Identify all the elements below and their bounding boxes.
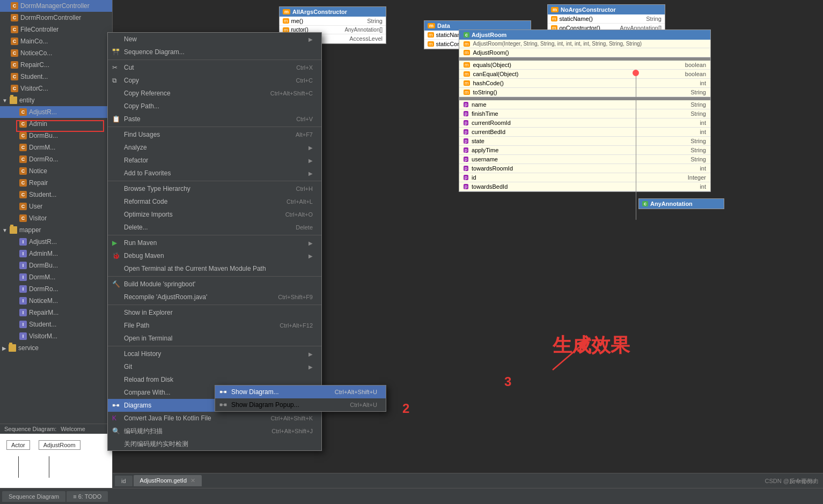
diagram-popup-icon [219,401,227,409]
sidebar-item-visitor[interactable]: C VisitorC... [0,83,112,94]
menu-optimize[interactable]: Optimize Imports Ctrl+Alt+O [108,208,321,221]
adjustroom-box: AdjustRoom [39,440,80,450]
menu-copy-reference[interactable]: Copy Reference Ctrl+Alt+Shift+C [108,87,321,100]
menu-copy-path[interactable]: Copy Path... [108,100,321,113]
mapper-section[interactable]: ▼ mapper [0,224,112,236]
menu-build-module[interactable]: 🔨 Build Module 'springboot' [108,278,321,291]
menu-file-path[interactable]: File Path Ctrl+Alt+F12 [108,319,321,332]
menu-cut[interactable]: ✂ Cut Ctrl+X [108,61,321,74]
sidebar-item-main[interactable]: C MainCo... [0,35,112,47]
sidebar-item-student-entity[interactable]: C Student... [0,189,112,201]
sidebar-item-visitor-entity[interactable]: C Visitor [0,212,112,224]
sidebar-item-file[interactable]: C FileController [0,24,112,35]
sidebar-item-dormbu[interactable]: C DormBu... [0,130,112,142]
menu-paste[interactable]: 📋 Paste Ctrl+V [108,113,321,125]
sidebar-item-dormm-mapper[interactable]: I DormM... [0,271,112,283]
generation-effect-text: 生成效果 [553,332,630,359]
folder-icon [10,226,17,234]
sidebar-item-dormro[interactable]: C DormRo... [0,153,112,165]
sidebar-item-dormm[interactable]: C DormM... [0,142,112,153]
sidebar-item-repair[interactable]: C RepairC... [0,59,112,71]
any-annotation-card: c AnyAnnotation [638,198,724,209]
menu-run-maven[interactable]: ▶ Run Maven ▶ [108,236,321,249]
entity-section[interactable]: ▼ entity [0,94,112,106]
sidebar-item-adjustr-mapper[interactable]: I AdjustR... [0,236,112,248]
sidebar-item-adjustr[interactable]: C AdjustR... [0,106,112,118]
kotlin-icon: K [112,414,116,422]
sidebar-item-dormmanager[interactable]: C DormManagerController [0,0,112,12]
field-username: p username String [459,155,710,164]
menu-delete[interactable]: Delete... Delete [108,221,321,234]
service-section[interactable]: ▶ service [0,342,112,354]
editor-tab-adjustroom[interactable]: AdjustRoom.getId ✕ [134,475,202,486]
menu-encoding-scan[interactable]: 🔍 编码规约扫描 Ctrl+Alt+Shift+J [108,425,321,438]
field-currentbedid: p currentBedId int [459,128,710,137]
submenu-show-diagram[interactable]: Show Diagram... Ctrl+Alt+Shift+U [215,386,386,398]
menu-find-usages[interactable]: Find Usages Alt+F7 [108,128,321,141]
menu-close-realtime[interactable]: 关闭编码规约实时检测 [108,438,321,450]
menu-git[interactable]: Git ▶ [108,360,321,373]
class-icon: C [19,167,27,175]
sidebar-item-noticem[interactable]: I NoticeM... [0,295,112,307]
scan-icon: 🔍 [112,427,120,435]
class-icon: C [19,108,27,116]
no-args-title: m NoArgsConstructor [548,5,665,14]
menu-debug-maven[interactable]: 🐞 Debug Maven ▶ [108,249,321,262]
field-towardsbedid: p towardsBedId int [459,182,710,191]
menu-sequence-diagram[interactable]: Sequence Diagram... [108,46,321,58]
submenu-show-popup[interactable]: Show Diagram Popup... Ctrl+Alt+U [215,398,386,411]
menu-analyze[interactable]: Analyze ▶ [108,141,321,154]
interface-icon: I [19,285,27,293]
seq-icon [112,48,120,56]
menu-show-explorer[interactable]: Show in Explorer [108,306,321,319]
class-icon: C [11,2,18,10]
menu-convert-kotlin[interactable]: K Convert Java File to Kotlin File Ctrl+… [108,412,321,425]
menu-local-history[interactable]: Local History ▶ [108,347,321,360]
menu-add-favorites[interactable]: Add to Favorites ▶ [108,167,321,180]
all-args-title: m AllArgsConstructor [280,7,386,17]
menu-browse-hierarchy[interactable]: Browse Type Hierarchy Ctrl+H [108,182,321,195]
fields-section: p name String p finishTime String p curr… [459,100,710,191]
menu-refactor[interactable]: Refactor ▶ [108,154,321,167]
svg-rect-2 [113,49,115,51]
menu-div7 [108,346,321,346]
sidebar-item-studentm[interactable]: I Student... [0,318,112,330]
adjust-room-method-hashcode: m hashCode() int [459,79,710,88]
diagram-submenu-icon [219,388,227,396]
menu-reformat[interactable]: Reformat Code Ctrl+Alt+L [108,195,321,208]
sidebar-item-repair-entity[interactable]: C Repair [0,177,112,189]
debug-icon: 🐞 [112,252,120,260]
collapse-arrow: ▼ [2,98,8,103]
sidebar-item-user[interactable]: C User [0,201,112,212]
paste-icon: 📋 [112,115,120,123]
svg-rect-11 [224,391,226,393]
menu-copy[interactable]: ⧉ Copy Ctrl+C [108,74,321,87]
sidebar-item-notice[interactable]: C NoticeCo... [0,47,112,59]
sidebar: C DormManagerController C DormRoomContro… [0,0,113,504]
bottom-tab-todo[interactable]: ≡ 6: TODO [67,491,108,502]
sidebar-item-dormbu-mapper[interactable]: I DormBu... [0,260,112,271]
actor-box: Actor [6,440,30,450]
sidebar-item-dormro-mapper[interactable]: I DormRo... [0,283,112,295]
sidebar-item-dormroom[interactable]: C DormRoomController [0,12,112,24]
interface-icon: I [19,332,27,340]
class-icon: C [19,191,27,198]
sidebar-item-visitorm[interactable]: I VisitorM... [0,330,112,342]
menu-div5 [108,276,321,277]
menu-reload[interactable]: Reload from Disk [108,373,321,386]
menu-recompile[interactable]: Recompile 'AdjustRoom.java' Ctrl+Shift+F… [108,291,321,303]
sidebar-item-admin[interactable]: C Admin [0,118,112,130]
menu-new[interactable]: New ▶ [108,33,321,46]
class-icon: C [19,179,27,187]
sidebar-item-student[interactable]: C Student... [0,71,112,83]
class-icon: C [19,214,27,222]
class-icon: C [11,49,18,57]
field-currentroomid: p currentRoomId int [459,118,710,128]
sidebar-item-notice-entity[interactable]: C Notice [0,165,112,177]
sidebar-item-adminm[interactable]: I AdminM... [0,248,112,260]
sidebar-item-repairm[interactable]: I RepairM... [0,307,112,318]
menu-open-terminal-maven[interactable]: Open Terminal at the Current Maven Modul… [108,262,321,275]
menu-open-terminal[interactable]: Open in Terminal [108,332,321,345]
bottom-tab-sequence[interactable]: Sequence Diagram [2,491,65,502]
editor-tab-id[interactable]: id [115,476,133,486]
